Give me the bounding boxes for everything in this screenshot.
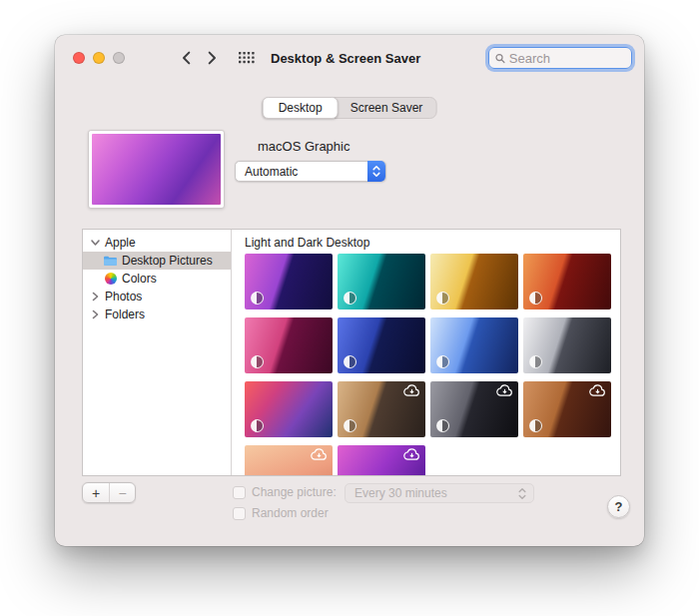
icloud-download-icon <box>496 384 513 397</box>
sidebar-item-label: Apple <box>105 236 136 250</box>
sidebar-list: AppleDesktop PicturesColorsPhotosFolders <box>83 230 232 475</box>
sidebar-item-colors[interactable]: Colors <box>83 270 231 288</box>
traffic-lights <box>73 52 125 64</box>
search-field[interactable] <box>488 47 632 69</box>
remove-folder-button[interactable]: − <box>109 483 135 502</box>
dynamic-desktop-icon <box>251 419 264 432</box>
titlebar: Desktop & Screen Saver <box>55 35 644 81</box>
appearance-mode-select[interactable]: Automatic <box>235 161 386 182</box>
random-order-checkbox[interactable] <box>233 507 246 520</box>
icloud-download-icon <box>589 384 606 397</box>
interval-value: Every 30 minutes <box>354 486 447 500</box>
add-folder-button[interactable]: + <box>83 483 109 502</box>
wallpaper-browser: Light and Dark Desktop <box>232 230 620 475</box>
folder-icon <box>102 255 119 267</box>
dynamic-desktop-icon <box>344 292 356 305</box>
sidebar-item-photos[interactable]: Photos <box>83 288 231 306</box>
show-all-button[interactable] <box>233 45 261 71</box>
sidebar-item-label: Photos <box>105 290 142 304</box>
wallpaper-thumbnail-yellow-graphic[interactable] <box>430 254 518 309</box>
change-picture-checkbox[interactable] <box>233 486 246 499</box>
tab-screen-saver[interactable]: Screen Saver <box>338 98 436 118</box>
dynamic-desktop-icon <box>529 419 542 432</box>
interval-select[interactable]: Every 30 minutes <box>345 483 534 503</box>
sidebar-item-folders[interactable]: Folders <box>83 306 231 323</box>
tab-desktop[interactable]: Desktop <box>263 97 339 119</box>
sidebar-item-apple[interactable]: Apple <box>83 234 231 252</box>
disclosure-chevron-icon[interactable] <box>89 238 102 248</box>
window-title: Desktop & Screen Saver <box>271 51 420 66</box>
dynamic-desktop-icon <box>436 292 449 305</box>
chevron-right-icon <box>208 51 217 65</box>
icloud-download-icon <box>403 448 420 461</box>
wallpaper-thumbnail-big-sur-graphic[interactable] <box>245 381 333 437</box>
sidebar-item-label: Desktop Pictures <box>122 254 213 268</box>
dynamic-desktop-icon <box>436 355 449 368</box>
random-order-label: Random order <box>252 506 329 520</box>
search-icon <box>495 53 505 64</box>
wallpaper-thumbnail-teal-graphic[interactable] <box>338 254 425 309</box>
forward-button[interactable] <box>199 45 225 71</box>
disclosure-chevron-icon[interactable] <box>89 292 102 302</box>
search-input[interactable] <box>509 51 625 66</box>
tab-bar: Desktop Screen Saver <box>263 97 437 119</box>
current-wallpaper-preview <box>88 130 225 209</box>
sidebar-item-label: Colors <box>122 272 157 286</box>
preview-image <box>92 134 221 205</box>
dynamic-desktop-icon <box>251 292 264 305</box>
up-down-chevrons-icon <box>372 165 380 178</box>
interval-chevrons-icon <box>518 487 526 500</box>
wallpaper-thumbnail-desert-light[interactable] <box>338 381 425 437</box>
dynamic-desktop-icon <box>529 292 542 305</box>
dynamic-desktop-icon <box>529 355 542 368</box>
wallpaper-thumbnail-orange-graphic[interactable] <box>523 254 611 309</box>
wallpaper-thumbnail-beach-sunset[interactable] <box>245 445 333 475</box>
wallpaper-thumbnail-blue-graphic[interactable] <box>338 317 425 373</box>
wallpaper-thumbnail-monterey-graphic[interactable] <box>245 254 333 309</box>
wallpaper-name: macOS Graphic <box>258 139 350 154</box>
minimize-button[interactable] <box>93 52 105 64</box>
dynamic-desktop-icon <box>344 419 356 432</box>
wallpaper-thumbnail-purple-abstract[interactable] <box>338 445 425 475</box>
wallpaper-thumbnail-silver-graphic[interactable] <box>523 317 611 373</box>
change-picture-row: Change picture: <box>233 485 337 499</box>
wallpaper-thumbnail-red-rock-desert[interactable] <box>523 381 611 437</box>
close-button[interactable] <box>73 52 85 64</box>
dynamic-desktop-icon <box>344 355 356 368</box>
change-picture-label: Change picture: <box>252 485 337 499</box>
icloud-download-icon <box>403 384 420 397</box>
wallpaper-thumbnail-light-blue-graphic[interactable] <box>430 317 518 373</box>
add-remove-control: + − <box>82 482 136 503</box>
preferences-window: Desktop & Screen Saver Desktop Screen Sa… <box>55 35 644 546</box>
color-wheel-icon <box>102 273 119 285</box>
dynamic-desktop-icon <box>436 419 449 432</box>
icloud-download-icon <box>311 448 328 461</box>
zoom-button <box>113 52 125 64</box>
wallpaper-thumbnail-dark-mountains[interactable] <box>430 381 518 437</box>
wallpaper-thumbnail-pink-graphic[interactable] <box>245 317 333 373</box>
popup-stepper <box>367 161 385 182</box>
sidebar-item-label: Folders <box>105 308 145 321</box>
help-button[interactable]: ? <box>607 495 630 518</box>
appearance-mode-value: Automatic <box>245 165 298 179</box>
back-button[interactable] <box>173 45 199 71</box>
section-title: Light and Dark Desktop <box>232 230 620 250</box>
random-order-row: Random order <box>233 506 329 520</box>
sidebar-item-desktop-pictures[interactable]: Desktop Pictures <box>83 252 231 270</box>
chevron-left-icon <box>182 51 191 65</box>
disclosure-chevron-icon[interactable] <box>89 309 102 319</box>
grid-icon <box>239 52 255 64</box>
wallpaper-grid <box>245 254 609 475</box>
dynamic-desktop-icon <box>251 355 264 368</box>
main-panel: AppleDesktop PicturesColorsPhotosFolders… <box>82 229 621 476</box>
